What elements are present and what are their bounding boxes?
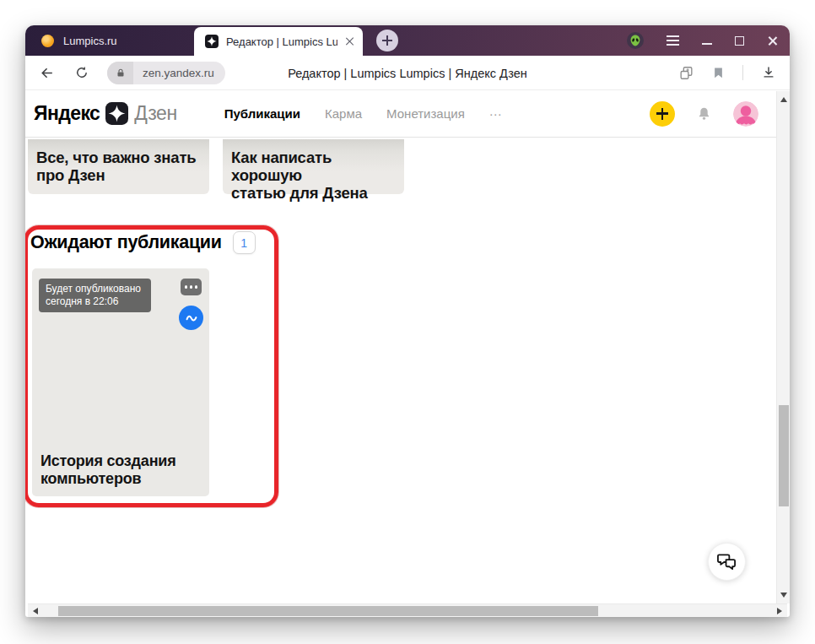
profile-alien-icon[interactable] <box>627 32 644 49</box>
plus-icon <box>656 108 668 120</box>
url-field[interactable]: zen.yandex.ru <box>107 62 225 84</box>
horizontal-scrollbar[interactable] <box>28 603 787 617</box>
logo-zen-text: Дзен <box>134 102 177 125</box>
onboarding-cards-row: Все, что важно знать про Дзен Как написа… <box>28 139 404 194</box>
copy-tab-icon[interactable] <box>678 65 694 81</box>
pending-count-badge: 1 <box>233 231 256 254</box>
card-title-line: статью для Дзена <box>231 184 394 202</box>
logo-yandex-text: Яндекс <box>34 102 100 125</box>
feedback-chat-button[interactable] <box>708 543 746 581</box>
scroll-up-arrow-icon[interactable] <box>780 97 787 102</box>
create-post-button[interactable] <box>650 101 675 127</box>
pending-heading: Ожидают публикации <box>30 232 222 253</box>
zen-logo[interactable]: Яндекс Дзен <box>34 102 177 125</box>
pending-section-header: Ожидают публикации 1 <box>30 231 256 254</box>
plus-icon <box>382 35 392 46</box>
horizontal-scrollbar-thumb[interactable] <box>58 606 598 616</box>
lock-icon[interactable] <box>107 62 133 84</box>
browser-window: Lumpics.ru Редактор | Lumpics Lum <box>25 25 790 617</box>
addressbar: zen.yandex.ru Редактор | Lumpics Lumpics… <box>25 56 790 90</box>
titlebar: Lumpics.ru Редактор | Lumpics Lum <box>25 25 790 56</box>
notifications-bell-icon[interactable] <box>696 106 712 122</box>
user-avatar[interactable] <box>733 101 758 127</box>
reload-icon[interactable] <box>74 65 89 80</box>
card-title-line: про Дзен <box>36 166 199 184</box>
nav-monetization[interactable]: Монетизация <box>386 106 465 121</box>
tab-lumpics[interactable]: Lumpics.ru <box>25 25 194 56</box>
zen-wave-icon <box>179 306 203 330</box>
publication-title: История создания компьютеров <box>40 452 175 488</box>
card-title-line: Все, что важно знать <box>36 149 199 166</box>
tab-close-icon[interactable] <box>345 36 355 46</box>
window-minimize-button[interactable] <box>702 43 712 45</box>
back-icon[interactable] <box>39 65 55 81</box>
lumpics-favicon-icon <box>41 35 54 47</box>
nav-publications[interactable]: Публикации <box>224 106 300 121</box>
onboarding-card-good-article[interactable]: Как написать хорошую статью для Дзена <box>223 139 404 194</box>
zen-nav: Публикации Карма Монетизация ··· <box>224 106 502 121</box>
zen-favicon-icon <box>205 35 219 48</box>
vertical-scrollbar-thumb[interactable] <box>779 405 789 506</box>
onboarding-card-about-zen[interactable]: Все, что важно знать про Дзен <box>28 139 209 194</box>
zen-header: Яндекс Дзен Публикации Карма Монетизация… <box>25 90 790 138</box>
nav-more[interactable]: ··· <box>489 106 502 121</box>
tab-zen-editor-title: Редактор | Lumpics Lum <box>226 35 337 48</box>
tab-lumpics-label: Lumpics.ru <box>63 35 117 47</box>
zen-star-icon <box>105 102 128 125</box>
url-text: zen.yandex.ru <box>133 67 225 79</box>
window-maximize-button[interactable] <box>735 36 744 46</box>
tab-zen-editor[interactable]: Редактор | Lumpics Lum <box>194 27 363 56</box>
scroll-right-arrow-icon[interactable] <box>777 608 782 614</box>
download-icon[interactable] <box>761 65 776 80</box>
page-content: Все, что важно знать про Дзен Как написа… <box>25 138 776 603</box>
addressbar-divider <box>742 65 743 80</box>
card-options-button[interactable] <box>181 279 202 295</box>
pending-publication-card[interactable]: Будет опубликовано сегодня в 22:06 Истор… <box>32 268 209 496</box>
vertical-scrollbar[interactable] <box>776 91 790 603</box>
nav-karma[interactable]: Карма <box>325 106 362 121</box>
scroll-left-arrow-icon[interactable] <box>33 608 38 614</box>
scroll-down-arrow-icon[interactable] <box>780 593 787 598</box>
new-tab-button[interactable] <box>376 30 398 51</box>
bookmark-icon[interactable] <box>712 66 725 80</box>
card-title-line: Как написать хорошую <box>231 149 394 184</box>
window-close-button[interactable] <box>767 35 778 46</box>
browser-menu-icon[interactable] <box>667 35 679 45</box>
scheduled-status-badge: Будет опубликовано сегодня в 22:06 <box>39 279 151 312</box>
